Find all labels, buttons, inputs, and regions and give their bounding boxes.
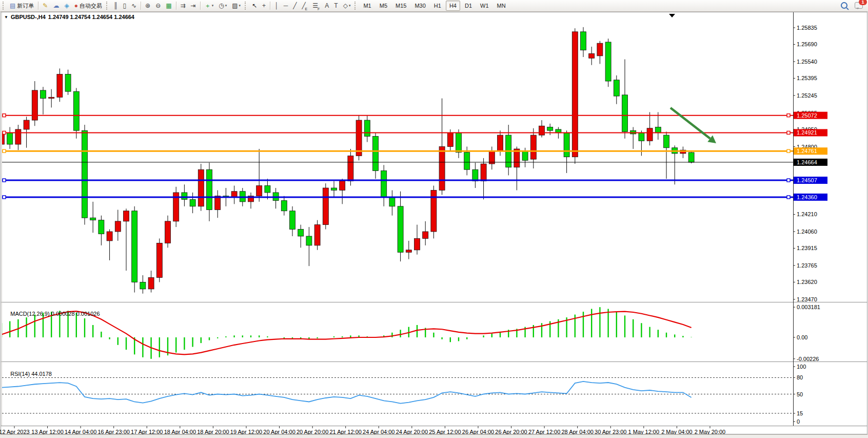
indicators-button[interactable]: ＋▾	[203, 0, 216, 11]
status-bar	[0, 434, 868, 438]
date-tick-label: 26 Apr 20:00	[495, 429, 527, 434]
new-order-button-label: 新订单	[17, 2, 34, 10]
channel-button[interactable]: ╱E	[300, 0, 309, 11]
line-handle[interactable]	[787, 149, 790, 153]
notifications-button[interactable]: 1	[855, 2, 863, 10]
styler-icon: ✎	[43, 3, 48, 9]
toolbar-grip	[3, 2, 5, 10]
timeframe-button-h1[interactable]: H1	[430, 1, 445, 11]
auto-trading-button[interactable]: ●自动交易	[72, 0, 104, 11]
trendline-button[interactable]: ╱	[291, 0, 299, 11]
chevron-down-icon: ▾	[239, 4, 241, 8]
toolbar-grip	[245, 2, 247, 10]
date-tick-label: 26 Apr 04:00	[462, 429, 494, 434]
timeframe-button-m15[interactable]: M15	[392, 1, 410, 11]
timeframe-button-h4[interactable]: H4	[446, 1, 460, 11]
line-chart-button[interactable]: ∿	[129, 0, 139, 11]
chart-shift-button[interactable]: ⇥	[189, 0, 198, 11]
periods-button[interactable]: ◷▾	[216, 0, 229, 11]
vertical-line-button[interactable]: │	[272, 0, 281, 11]
crosshair-icon: +	[262, 3, 266, 9]
timeframe-button-m5[interactable]: M5	[376, 1, 391, 11]
main-toolbar: ▤新订单✎☁◈●自动交易║▯∿⊕⊖▦⇉⇥＋▾◷▾▨▾↖+│─╱╱E☰FAT◇▾M…	[0, 0, 868, 12]
fibonacci-button[interactable]: ☰F	[310, 0, 322, 11]
line-handle[interactable]	[787, 114, 790, 117]
templates-button[interactable]: ▨▾	[230, 0, 243, 11]
date-tick-label: 25 Apr 12:00	[429, 429, 461, 434]
arrows-button[interactable]: ◇▾	[341, 0, 353, 11]
price-line-label: 1.25072	[794, 112, 827, 119]
date-tick-label: 12 Apr 2023	[0, 429, 30, 434]
text-button[interactable]: A	[323, 0, 331, 11]
chevron-down-icon: ▾	[212, 4, 214, 8]
line-handle[interactable]	[3, 179, 6, 182]
text-icon: A	[325, 3, 329, 9]
line-handle[interactable]	[787, 131, 790, 134]
indicators-icon: ＋	[205, 3, 211, 9]
macd-scale-label: 0.00	[797, 334, 807, 340]
price-tick-label: 1.25540	[797, 59, 817, 65]
toolbar-grip	[354, 2, 357, 10]
price-line-label: 1.24921	[794, 129, 827, 136]
price-tick-label: 1.24060	[797, 228, 817, 235]
line-handle[interactable]	[787, 196, 790, 199]
zoom-in-button[interactable]: ⊕	[143, 0, 152, 11]
label-icon: T	[334, 3, 338, 9]
timeframe-button-d1[interactable]: D1	[461, 1, 476, 11]
styler-button[interactable]: ✎	[41, 0, 50, 11]
price-tick-label: 1.23765	[797, 262, 817, 269]
date-tick-label: 14 Apr 04:00	[65, 429, 96, 434]
price-line-label: 1.24664	[794, 159, 827, 166]
horizontal-line-button[interactable]: ─	[282, 0, 290, 11]
date-tick-label: 28 Apr 04:00	[561, 429, 593, 434]
rsi-scale-label: 80	[797, 374, 803, 380]
line-handle[interactable]	[3, 114, 6, 117]
periods-icon: ◷	[219, 3, 224, 9]
line-handle[interactable]	[787, 179, 790, 182]
search-button[interactable]	[841, 2, 847, 10]
price-line-label-text: 1.24360	[797, 194, 817, 200]
price-line-label: 1.24761	[794, 147, 827, 155]
toolbar-separator	[176, 2, 176, 10]
line-handle[interactable]	[3, 131, 6, 134]
signal-icon: ◈	[64, 3, 69, 9]
crosshair-button[interactable]: +	[260, 0, 268, 11]
vline-icon: │	[274, 3, 279, 9]
notification-badge: 1	[859, 0, 867, 5]
signals-button[interactable]: ◈	[62, 0, 71, 11]
toolbar-separator	[270, 2, 270, 10]
line-handle[interactable]	[3, 149, 6, 153]
date-tick-label: 18 Apr 20:00	[197, 429, 229, 434]
zoom-out-icon: ⊖	[155, 3, 161, 9]
cursor-button[interactable]: ↖	[250, 0, 259, 11]
chart-canvas[interactable]: 1.258351.256901.255401.253951.252451.250…	[0, 12, 868, 434]
toolbar-separator	[141, 2, 141, 10]
tile-windows-button[interactable]: ▦	[164, 0, 173, 11]
label-button[interactable]: T	[332, 0, 340, 11]
timeframe-button-mn[interactable]: MN	[494, 1, 509, 11]
auto-scroll-button[interactable]: ⇉	[179, 0, 188, 11]
bar-chart-icon: ║	[113, 3, 118, 9]
candlestick-chart-button[interactable]: ▯	[121, 0, 128, 11]
autotrade-icon: ●	[74, 3, 78, 9]
publisher-button[interactable]: ☁	[51, 0, 61, 11]
date-tick-label: 19 Apr 12:00	[230, 429, 262, 434]
publisher-icon: ☁	[53, 3, 59, 9]
new-order-button[interactable]: ▤新订单	[8, 0, 36, 11]
auto-trading-button-label: 自动交易	[80, 2, 102, 10]
date-tick-label: 2 May 20:00	[695, 429, 726, 434]
rsi-scale-label: 15	[797, 410, 803, 416]
timeframe-button-m30[interactable]: M30	[411, 1, 429, 11]
timeframe-button-m1[interactable]: M1	[360, 1, 374, 11]
bar-chart-button[interactable]: ║	[111, 0, 120, 11]
timeframe-button-w1[interactable]: W1	[477, 1, 492, 11]
rsi-scale-label: 0	[797, 418, 800, 425]
date-tick-label: 24 Apr 20:00	[396, 429, 428, 434]
date-tick-label: 18 Apr 04:00	[164, 429, 196, 434]
line-handle[interactable]	[3, 196, 6, 199]
rsi-scale-label: 100	[797, 364, 806, 370]
price-tick-label: 1.25245	[797, 92, 817, 99]
fibonacci-icon: ☰	[312, 3, 318, 9]
zoom-out-button[interactable]: ⊖	[153, 0, 163, 11]
channel-icon: ╱	[302, 3, 305, 9]
